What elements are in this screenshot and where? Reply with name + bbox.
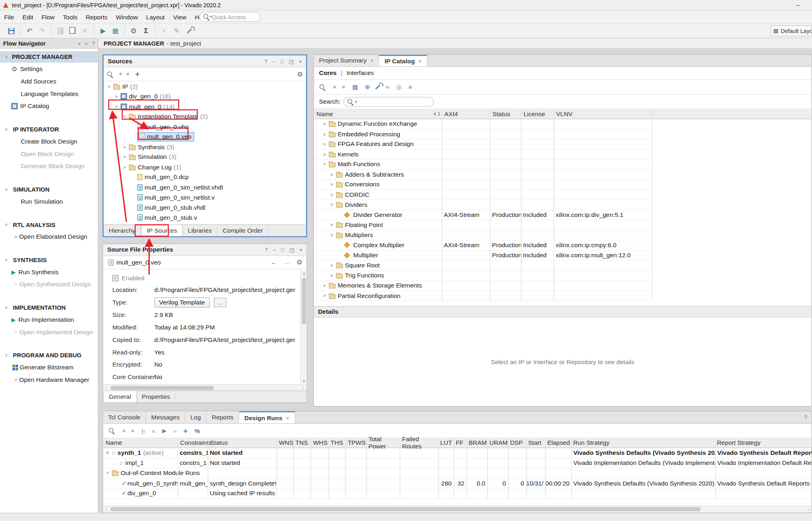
tab-libraries[interactable]: Libraries (183, 225, 217, 236)
save-button[interactable] (5, 25, 18, 36)
scrollbar-thumb[interactable] (110, 507, 701, 511)
design-run-row-synth-1[interactable]: > ▷ synth_1 (active) constrs_1 Not start… (103, 448, 812, 458)
maximize-icon[interactable]: □ (281, 247, 284, 252)
tab-hierarchy[interactable]: Hierarchy (104, 225, 141, 236)
search-icon[interactable] (107, 71, 114, 77)
expander-icon[interactable]: > (113, 94, 120, 99)
expander-icon[interactable]: > (329, 231, 334, 238)
launch-runs-icon[interactable]: ▶ (162, 427, 167, 434)
column-uram[interactable]: URAM (487, 438, 507, 448)
column-lut[interactable]: LUT (438, 438, 453, 448)
tab-general[interactable]: General (103, 391, 137, 402)
expander-icon[interactable]: > (321, 142, 328, 147)
ip-catalog-row[interactable]: > Dividers (314, 200, 652, 210)
properties-panel-header[interactable]: Source File Properties ? – □ ◳ × (103, 244, 307, 256)
expander-icon[interactable]: > (328, 273, 335, 278)
float-icon[interactable]: ◳ (289, 247, 294, 252)
column-status[interactable]: Status (490, 109, 521, 119)
close-icon[interactable]: × (418, 58, 422, 64)
chevron-right-icon[interactable]: > (12, 234, 19, 240)
ip-catalog-row[interactable]: > Memories & Storage Elements (314, 281, 652, 291)
tree-item-mult-gen-0-veo[interactable]: > mult_gen_0.veo (104, 132, 306, 142)
collapse-all-icon[interactable]: » (331, 85, 337, 89)
section-expander-icon[interactable]: > (4, 186, 9, 193)
section-header[interactable]: > SIMULATION (0, 184, 98, 195)
tree-item-sim-netlist-vhdl[interactable]: > mult_gen_0_sim_netlist.vhdl (104, 182, 306, 192)
gear-icon[interactable]: ⚙ (296, 258, 302, 266)
ip-catalog-row[interactable]: > Embedded Processing (314, 129, 652, 139)
scroll-down-icon[interactable]: ∨ (301, 377, 307, 383)
column-whs[interactable]: WHS (310, 438, 328, 448)
redo-button[interactable]: ↷ (36, 25, 48, 36)
menu-tools[interactable]: Tools (59, 10, 82, 23)
web-icon[interactable]: ◎ (396, 83, 402, 91)
chevron-right-icon[interactable]: > (12, 377, 19, 382)
percent-icon[interactable]: % (194, 427, 200, 434)
default-layout-select[interactable]: ▦ Default Layou (770, 25, 812, 36)
expander-icon[interactable]: > (114, 103, 119, 110)
tab-project-summary[interactable]: Project Summary × (314, 55, 379, 66)
column-tpws[interactable]: TPWS (345, 438, 366, 448)
maximize-icon[interactable]: □ (281, 58, 284, 64)
gear-icon[interactable]: ⚙ (297, 70, 303, 78)
tree-item-synthesis[interactable]: > Synthesis (3) (104, 142, 306, 152)
expander-icon[interactable]: > (105, 470, 110, 477)
section-expander-icon[interactable]: > (4, 221, 9, 228)
flow-item-language-templates[interactable]: Language Templates (0, 88, 98, 100)
quick-access-input[interactable] (212, 14, 248, 20)
details-header[interactable]: Details (314, 306, 811, 317)
flow-item-open-elaborated-design[interactable]: > Open Elaborated Design (0, 231, 98, 243)
tab-compile-order[interactable]: Compile Order (217, 225, 269, 236)
flow-item-run-simulation[interactable]: Run Simulation (0, 195, 98, 208)
section-header[interactable]: > IP INTEGRATOR (0, 124, 98, 135)
ip-catalog-row[interactable]: > Floating Point (314, 220, 652, 230)
search-icon[interactable] (108, 427, 115, 434)
tab-tcl-console[interactable]: Tcl Console (103, 411, 146, 423)
ip-catalog-row-multiplier[interactable]: Multiplier Production Included xilinx.co… (314, 250, 652, 260)
program-device-button[interactable]: ⚡ (158, 25, 171, 36)
vertical-scrollbar[interactable]: ∧ ∨ (300, 271, 306, 384)
expander-icon[interactable]: > (122, 113, 127, 120)
tools-button[interactable] (183, 25, 195, 36)
menu-layout[interactable]: Layout (142, 10, 169, 23)
help-icon[interactable]: ? (804, 414, 808, 421)
close-icon[interactable]: × (286, 415, 289, 421)
expander-icon[interactable]: > (121, 144, 128, 150)
catalog-search-field[interactable]: ▾ (344, 97, 434, 106)
ip-catalog-row-divider-generator[interactable]: Divider Generator AXI4-Stream Production… (314, 210, 652, 220)
float-icon[interactable]: ◳ (289, 58, 294, 64)
ip-catalog-row[interactable]: > Math Functions (314, 160, 652, 170)
expander-icon[interactable]: > (328, 192, 335, 197)
tree-item-div-gen-0[interactable]: > div_gen_0 (16) (104, 92, 306, 102)
column-name[interactable]: Name (103, 438, 178, 448)
tree-item-change-log[interactable]: > Change Log (1) (104, 162, 306, 172)
forward-icon[interactable]: → (283, 258, 290, 266)
ip-catalog-row[interactable]: > FPGA Features and Design (314, 140, 652, 150)
layout-grid-button[interactable]: ▦ (109, 25, 122, 36)
expander-icon[interactable]: > (121, 165, 128, 170)
section-header[interactable]: > IMPLEMENTATION (0, 302, 98, 313)
section-expander-icon[interactable]: > (4, 304, 9, 311)
delete-button[interactable]: ✕ (79, 25, 91, 36)
ip-catalog-row[interactable]: > Kernels (314, 150, 652, 160)
ip-catalog-row[interactable]: > Adders & Subtracters (314, 170, 652, 180)
expander-icon[interactable]: > (328, 222, 335, 227)
column-axi4[interactable]: AXI4 (442, 109, 490, 119)
expander-icon[interactable]: > (321, 152, 328, 157)
column-dsp[interactable]: DSP (508, 438, 526, 448)
column-total-power[interactable]: Total Power (366, 438, 399, 448)
scroll-left-icon[interactable]: ‹ (103, 385, 109, 391)
flow-item-create-block-design[interactable]: Create Block Design (0, 135, 98, 148)
scroll-right-icon[interactable]: › (300, 385, 306, 391)
selected-tree-item[interactable]: mult_gen_0.veo (137, 132, 194, 142)
add-sources-icon[interactable]: + (135, 70, 140, 78)
flow-item-run-implementation[interactable]: ▶ Run Implementation (0, 313, 98, 326)
tab-properties[interactable]: Properties (137, 391, 176, 402)
goto-start-icon[interactable]: |‹ (142, 427, 145, 434)
back-icon[interactable]: ← (271, 258, 277, 266)
column-ths[interactable]: THS (328, 438, 345, 448)
tree-item-instantiation-template[interactable]: > Instantiation Template (2) (104, 112, 306, 122)
subtab-cores[interactable]: Cores (319, 69, 337, 77)
flow-item-ip-catalog[interactable]: IP Catalog (0, 100, 98, 113)
ip-catalog-row[interactable]: > Trig Functions (314, 271, 652, 281)
